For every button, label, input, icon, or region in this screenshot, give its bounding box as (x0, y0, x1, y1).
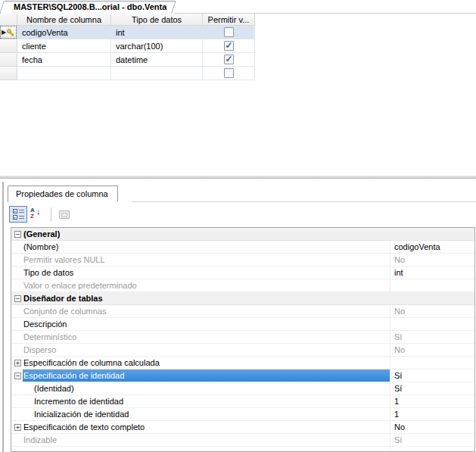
property-label: Valor o enlace predeterminado (23, 279, 137, 291)
property-label: Incremento de identidad (34, 395, 123, 407)
property-row[interactable]: (Nombre) codigoVenta (11, 241, 474, 254)
row-selector-focus: ▶ (0, 26, 17, 39)
property-pages-button (55, 206, 73, 223)
property-value: Sí (394, 434, 402, 446)
property-label: (Identidad) (34, 382, 74, 394)
property-row[interactable]: Disperso No (11, 344, 474, 357)
property-row[interactable]: Determinístico Sí (11, 331, 474, 344)
pane-splitter[interactable] (0, 176, 476, 179)
row-selector-header (0, 14, 17, 26)
sort-alphabetical-button[interactable]: AZ↓ (27, 206, 45, 223)
cell-allow-nulls (203, 39, 255, 53)
property-value[interactable]: 1 (394, 395, 399, 407)
row-pointer-icon: ▶ (2, 30, 6, 36)
property-pages-icon (59, 210, 70, 219)
expand-expander-icon[interactable] (14, 424, 21, 431)
table-row: fecha datetime (0, 53, 256, 67)
property-value: No (394, 344, 405, 356)
property-row[interactable]: Descripción (11, 318, 474, 331)
property-category-row[interactable]: (General) (11, 228, 474, 241)
property-value: Sí (394, 331, 402, 343)
property-label: Descripción (23, 318, 67, 330)
properties-tab-label: Propiedades de columna (16, 189, 108, 198)
collapse-expander-icon[interactable] (14, 231, 21, 238)
property-label: Conjunto de columnas (23, 305, 106, 317)
property-row[interactable]: (Identidad) Sí (11, 382, 474, 395)
column-header-allow-nulls[interactable]: Permitir v... (203, 14, 255, 26)
row-selector[interactable]: ▶ (0, 26, 17, 39)
property-label: Especificación de texto completo (23, 421, 145, 433)
property-expandable-row[interactable]: Especificación de texto completo No (11, 421, 474, 434)
cell-data-type[interactable] (111, 67, 203, 80)
row-selector[interactable] (0, 67, 17, 80)
property-label: Determinístico (23, 331, 76, 343)
property-value[interactable]: Sí (394, 382, 402, 394)
property-expandable-row[interactable]: Especificación de columna calculada (11, 357, 474, 369)
primary-key-icon (7, 29, 15, 36)
property-value[interactable]: codigoVenta (394, 241, 440, 253)
property-value: No (394, 305, 405, 317)
cell-allow-nulls (203, 53, 255, 67)
property-label: (Nombre) (23, 241, 58, 253)
table-designer-window: MASTER\SQL2008.B...orial - dbo.Venta Nom… (0, 0, 476, 452)
properties-tab-cover (8, 201, 132, 202)
cell-allow-nulls (203, 26, 255, 39)
cell-column-name[interactable]: cliente (17, 39, 111, 53)
property-row[interactable]: Incremento de identidad 1 (11, 395, 474, 408)
property-label: Indizable (23, 434, 57, 446)
property-expandable-row-selected[interactable]: Especificación de identidad Sí (11, 369, 474, 382)
allow-nulls-checkbox[interactable] (224, 27, 234, 37)
cell-allow-nulls (203, 67, 255, 80)
toolbar-separator (51, 207, 51, 221)
document-tab[interactable]: MASTER\SQL2008.B...orial - dbo.Venta (6, 1, 174, 14)
collapse-expander-icon[interactable] (14, 373, 21, 379)
properties-toolbar: AZ↓ (9, 205, 73, 223)
property-value[interactable]: No (394, 421, 405, 433)
cell-column-name[interactable] (17, 67, 111, 80)
document-tabstrip: MASTER\SQL2008.B...orial - dbo.Venta (0, 0, 476, 14)
property-label: Inicialización de identidad (34, 408, 129, 420)
allow-nulls-checkbox[interactable] (224, 55, 234, 64)
property-row[interactable]: Indizable Sí (11, 434, 474, 447)
property-label: Tipo de datos (23, 267, 73, 279)
property-row[interactable]: Valor o enlace predeterminado (11, 279, 474, 292)
panel-left-edge (2, 182, 4, 452)
cell-data-type[interactable]: datetime (111, 53, 203, 67)
sort-alphabetical-icon: AZ↓ (30, 208, 42, 220)
property-value[interactable]: Sí (394, 369, 402, 382)
row-selector[interactable] (0, 53, 17, 67)
property-row[interactable]: Conjunto de columnas No (11, 305, 474, 318)
categorized-button[interactable] (9, 206, 27, 223)
cell-data-type[interactable]: int (111, 26, 203, 39)
categorized-icon (13, 209, 24, 220)
column-header-type[interactable]: Tipo de datos (111, 14, 203, 26)
property-label: Especificación de identidad (23, 369, 124, 382)
document-tab-title: MASTER\SQL2008.B...orial - dbo.Venta (14, 2, 166, 11)
cell-data-type[interactable]: varchar(100) (111, 39, 203, 53)
property-row[interactable]: Inicialización de identidad 1 (11, 408, 474, 421)
tab-column-properties[interactable]: Propiedades de columna (8, 185, 118, 202)
property-row[interactable]: Tipo de datos int (11, 267, 474, 279)
property-category-row[interactable]: Diseñador de tablas (11, 292, 474, 305)
table-row: ▶ codigoVenta int (0, 26, 256, 39)
allow-nulls-checkbox[interactable] (224, 41, 234, 51)
columns-grid: Nombre de columna Tipo de datos Permitir… (0, 14, 256, 80)
property-value[interactable]: 1 (394, 408, 399, 420)
table-row: cliente varchar(100) (0, 39, 256, 53)
property-label: Diseñador de tablas (23, 292, 103, 304)
allow-nulls-checkbox[interactable] (224, 68, 234, 78)
collapse-expander-icon[interactable] (14, 295, 21, 302)
property-value: No (394, 254, 405, 266)
column-properties-grid: (General) (Nombre) codigoVenta Permitir … (11, 227, 475, 452)
cell-column-name[interactable]: fecha (17, 53, 111, 67)
table-row-empty (0, 67, 256, 80)
property-value[interactable]: int (394, 267, 403, 279)
row-selector[interactable] (0, 39, 17, 53)
cell-column-name[interactable]: codigoVenta (17, 26, 111, 39)
property-label: (General) (23, 228, 60, 240)
column-header-name[interactable]: Nombre de columna (17, 14, 111, 26)
property-label: Disperso (23, 344, 56, 356)
property-row[interactable]: Permitir valores NULL No (11, 254, 474, 267)
expand-expander-icon[interactable] (14, 360, 21, 366)
property-row-partial (11, 447, 474, 452)
